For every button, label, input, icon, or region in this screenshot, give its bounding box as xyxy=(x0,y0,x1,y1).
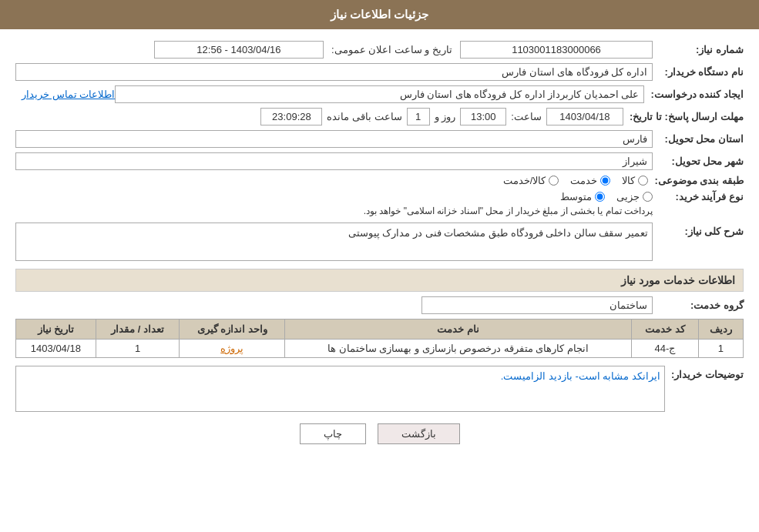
process-radio-group: جزیی متوسط xyxy=(15,191,653,202)
buyer-org-field: اداره کل فرودگاه های استان فارس xyxy=(15,63,653,81)
col-name: نام خدمت xyxy=(285,320,632,340)
response-deadline-label: مهلت ارسال پاسخ: تا تاریخ: xyxy=(630,111,744,122)
response-time-label: ساعت: xyxy=(511,111,542,122)
process-option-jozi[interactable]: جزیی xyxy=(616,191,653,202)
buyer-notes-label: توضیحات خریدار: xyxy=(671,366,744,380)
back-button[interactable]: بازگشت xyxy=(378,423,460,444)
response-remaining-field: 23:09:28 xyxy=(260,108,322,125)
subject-label: طبقه بندی موضوعی: xyxy=(654,175,744,186)
cell-date: 1403/04/18 xyxy=(16,340,96,358)
buyer-org-label: نام دستگاه خریدار: xyxy=(659,66,744,78)
province-label: استان محل تحویل: xyxy=(659,133,744,145)
col-qty: تعداد / مقدار xyxy=(96,320,180,340)
description-label: شرح کلی نیاز: xyxy=(659,223,744,237)
response-remaining-label: ساعت باقی مانده xyxy=(327,111,401,122)
cell-unit[interactable]: پروژه xyxy=(180,340,285,358)
col-code: کد خدمت xyxy=(632,320,699,340)
creator-label: ایجاد کننده درخواست: xyxy=(650,89,744,100)
col-date: تاریخ نیاز xyxy=(16,320,96,340)
service-group-label: گروه خدمت: xyxy=(659,299,744,311)
col-rownum: ردیف xyxy=(698,320,743,340)
announce-date-field: 1403/04/16 - 12:56 xyxy=(154,41,324,59)
col-unit: واحد اندازه گیری xyxy=(180,320,285,340)
need-number-label: شماره نیاز: xyxy=(659,44,744,55)
services-section-title: اطلاعات خدمات مورد نیاز xyxy=(15,269,744,292)
page-title: جزئیات اطلاعات نیاز xyxy=(331,8,428,21)
cell-name: انجام کارهای متفرقه درخصوص بازسازی و بهس… xyxy=(285,340,632,358)
subject-option-kala-khedmat[interactable]: کالا/خدمت xyxy=(503,175,559,186)
subject-option-kala[interactable]: کالا xyxy=(622,175,648,186)
city-field: شیراز xyxy=(15,152,653,170)
cell-code: ج-44 xyxy=(632,340,699,358)
buyer-notes-field: ایرانکد مشابه است- بازدید الزامیست. xyxy=(15,366,665,412)
contact-link[interactable]: اطلاعات تماس خریدار xyxy=(22,89,115,100)
process-note: پرداخت تمام یا بخشی از مبلغ خریدار از مح… xyxy=(15,206,653,216)
announce-date-label: تاریخ و ساعت اعلان عمومی: xyxy=(331,44,452,55)
response-days-label: روز و xyxy=(435,111,456,122)
description-field: تعمیر سقف سالن داخلی فرودگاه طبق مشخصات … xyxy=(15,223,653,261)
cell-qty: 1 xyxy=(96,340,180,358)
subject-radio-group: کالا خدمت کالا/خدمت xyxy=(503,175,649,186)
subject-option-khedmat[interactable]: خدمت xyxy=(570,175,610,186)
cell-rownum: 1 xyxy=(698,340,743,358)
response-time-field: 13:00 xyxy=(460,108,506,125)
province-field: فارس xyxy=(15,130,653,148)
print-button[interactable]: چاپ xyxy=(300,423,366,444)
creator-field: علی احمدیان کاربرداز اداره کل فرودگاه ها… xyxy=(115,85,644,103)
service-group-field: ساختمان xyxy=(421,296,653,314)
city-label: شهر محل تحویل: xyxy=(659,156,744,167)
services-table: ردیف کد خدمت نام خدمت واحد اندازه گیری ت… xyxy=(15,319,744,358)
response-days-field: 1 xyxy=(407,108,430,125)
table-row: 1 ج-44 انجام کارهای متفرقه درخصوص بازساز… xyxy=(16,340,744,358)
process-option-motavaset[interactable]: متوسط xyxy=(560,191,605,202)
response-date-field: 1403/04/18 xyxy=(546,108,623,125)
process-label: نوع فرآیند خرید: xyxy=(659,191,744,202)
page-header: جزئیات اطلاعات نیاز xyxy=(0,0,759,29)
button-row: بازگشت چاپ xyxy=(15,423,744,444)
need-number-field: 1103001183000066 xyxy=(460,41,653,59)
